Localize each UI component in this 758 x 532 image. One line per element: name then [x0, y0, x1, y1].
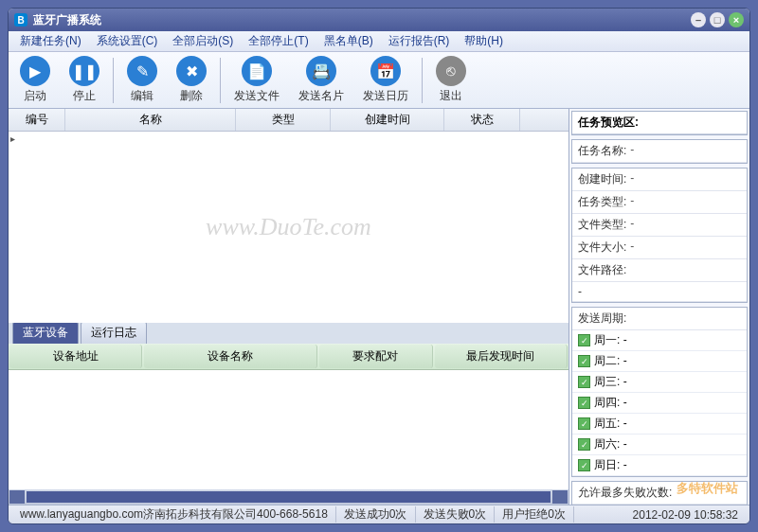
- content: 编号 名称 类型 创建时间 状态 ▸ www.DuoTe.com 蓝牙设备 运行…: [9, 109, 749, 505]
- preview-fields-2: 创建时间:- 任务类型:- 文件类型:- 文件大小:- 文件路径: -: [571, 168, 748, 303]
- field-file-type: 文件类型:-: [572, 214, 747, 237]
- send-calendar-button[interactable]: 📅 发送日历: [357, 54, 414, 106]
- pencil-icon: ✎: [127, 56, 157, 86]
- minimize-button[interactable]: –: [691, 12, 706, 27]
- col-ctime[interactable]: 创建时间: [331, 109, 444, 131]
- task-table[interactable]: 编号 名称 类型 创建时间 状态 ▸ www.DuoTe.com: [9, 109, 568, 323]
- day-tue: ✓周二: -: [572, 351, 747, 372]
- exit-icon: ⎋: [436, 56, 466, 86]
- col-type[interactable]: 类型: [236, 109, 331, 131]
- left-pane: 编号 名称 类型 创建时间 状态 ▸ www.DuoTe.com 蓝牙设备 运行…: [9, 109, 569, 505]
- preview-title: 任务预览区:: [572, 112, 747, 134]
- checkbox-icon[interactable]: ✓: [578, 397, 590, 409]
- col-dev-lastseen[interactable]: 最后发现时间: [435, 345, 568, 368]
- scroll-right-icon[interactable]: [552, 490, 568, 504]
- statusbar: www.lanyaguangbo.com济南拓步科技有限公司400-668-56…: [9, 505, 749, 523]
- tab-devices[interactable]: 蓝牙设备: [12, 321, 79, 344]
- file-icon: 📄: [242, 56, 272, 86]
- menubar: 新建任务(N) 系统设置(C) 全部启动(S) 全部停止(T) 黑名单(B) 运…: [9, 31, 749, 52]
- status-time: 2012-02-09 10:58:32: [625, 508, 746, 522]
- checkbox-icon[interactable]: ✓: [578, 438, 590, 451]
- play-icon: ▶: [20, 56, 50, 86]
- titlebar: B 蓝牙广播系统 – □ ×: [9, 9, 749, 31]
- delete-button[interactable]: ✖ 删除: [171, 54, 212, 106]
- pause-icon: ❚❚: [69, 56, 99, 86]
- field-create-time: 创建时间:-: [572, 168, 747, 191]
- task-table-header: 编号 名称 类型 创建时间 状态: [9, 109, 568, 132]
- horizontal-scrollbar[interactable]: [9, 489, 568, 505]
- separator: [422, 58, 423, 103]
- day-mon: ✓周一: -: [572, 330, 747, 351]
- day-sat: ✓周六: -: [572, 434, 747, 455]
- col-dev-name[interactable]: 设备名称: [144, 345, 317, 368]
- scroll-left-icon[interactable]: [9, 490, 25, 504]
- menu-new-task[interactable]: 新建任务(N): [12, 31, 89, 51]
- checkbox-icon[interactable]: ✓: [578, 334, 590, 346]
- device-table[interactable]: 设备地址 设备名称 要求配对 最后发现时间: [9, 344, 568, 505]
- day-fri: ✓周五: -: [572, 414, 747, 434]
- max-fail-label: 允许最多失败次数:: [572, 482, 747, 505]
- day-wed: ✓周三: -: [572, 372, 747, 393]
- day-thu: ✓周四: -: [572, 393, 747, 414]
- day-sun: ✓周日: -: [572, 455, 747, 476]
- col-dev-addr[interactable]: 设备地址: [9, 345, 142, 368]
- field-file-path: 文件路径:: [572, 259, 747, 282]
- field-task-type: 任务类型:-: [572, 191, 747, 214]
- send-card-button[interactable]: 📇 发送名片: [293, 54, 350, 106]
- checkbox-icon[interactable]: ✓: [578, 459, 590, 471]
- toolbar: ▶ 启动 ❚❚ 停止 ✎ 编辑 ✖ 删除 📄 发送文件: [9, 52, 749, 109]
- menu-report[interactable]: 运行报告(R): [381, 31, 458, 51]
- device-table-header: 设备地址 设备名称 要求配对 最后发现时间: [9, 344, 568, 370]
- col-status[interactable]: 状态: [444, 109, 520, 131]
- send-file-button[interactable]: 📄 发送文件: [228, 54, 285, 106]
- window-controls: – □ ×: [691, 12, 744, 27]
- max-fail-panel: 允许最多失败次数:: [571, 481, 748, 505]
- field-file-size: 文件大小:-: [572, 237, 747, 259]
- watermark: www.DuoTe.com: [206, 213, 371, 241]
- window-title: 蓝牙广播系统: [33, 12, 101, 28]
- bottom-tabs: 蓝牙设备 运行日志: [9, 323, 568, 344]
- field-task-name: 任务名称: -: [572, 140, 747, 163]
- checkbox-icon[interactable]: ✓: [578, 376, 590, 388]
- schedule-title: 发送周期:: [572, 308, 747, 330]
- preview-panel: 任务预览区:: [571, 111, 748, 135]
- exit-button[interactable]: ⎋ 退出: [430, 54, 472, 106]
- field-file-path-2: -: [572, 282, 747, 302]
- col-dev-pair[interactable]: 要求配对: [319, 345, 432, 368]
- delete-icon: ✖: [176, 56, 207, 86]
- checkbox-icon[interactable]: ✓: [578, 417, 590, 430]
- device-table-body[interactable]: [9, 370, 568, 489]
- menu-help[interactable]: 帮助(H): [457, 31, 511, 51]
- col-name[interactable]: 名称: [65, 109, 236, 131]
- schedule-panel: 发送周期: ✓周一: - ✓周二: - ✓周三: - ✓周四: - ✓周五: -…: [571, 307, 748, 477]
- separator: [113, 58, 114, 103]
- menu-stop-all[interactable]: 全部停止(T): [241, 31, 316, 51]
- row-cursor-icon: ▸: [10, 133, 15, 144]
- maximize-button[interactable]: □: [710, 12, 725, 27]
- checkbox-icon[interactable]: ✓: [578, 355, 590, 367]
- app-window: B 蓝牙广播系统 – □ × 新建任务(N) 系统设置(C) 全部启动(S) 全…: [8, 8, 750, 524]
- calendar-icon: 📅: [370, 56, 401, 86]
- status-success: 发送成功0次: [336, 506, 416, 523]
- separator: [220, 58, 221, 103]
- card-icon: 📇: [306, 56, 336, 86]
- status-url: www.lanyaguangbo.com济南拓步科技有限公司400-668-56…: [12, 506, 336, 523]
- status-fail: 发送失败0次: [416, 506, 496, 523]
- scroll-track[interactable]: [27, 491, 550, 503]
- tab-log[interactable]: 运行日志: [81, 321, 147, 344]
- edit-button[interactable]: ✎ 编辑: [121, 54, 163, 106]
- stop-button[interactable]: ❚❚ 停止: [63, 54, 105, 106]
- menu-blacklist[interactable]: 黑名单(B): [316, 31, 381, 51]
- col-id[interactable]: 编号: [9, 109, 65, 131]
- start-button[interactable]: ▶ 启动: [14, 54, 56, 106]
- task-table-body[interactable]: ▸ www.DuoTe.com: [9, 132, 568, 323]
- preview-fields: 任务名称: -: [571, 139, 748, 164]
- menu-settings[interactable]: 系统设置(C): [89, 31, 166, 51]
- bluetooth-icon: B: [14, 13, 27, 27]
- status-reject: 用户拒绝0次: [495, 506, 574, 523]
- preview-pane: 任务预览区: 任务名称: - 创建时间:- 任务类型:- 文件类型:- 文件大小…: [569, 109, 749, 505]
- menu-start-all[interactable]: 全部启动(S): [165, 31, 241, 51]
- close-button[interactable]: ×: [729, 12, 744, 27]
